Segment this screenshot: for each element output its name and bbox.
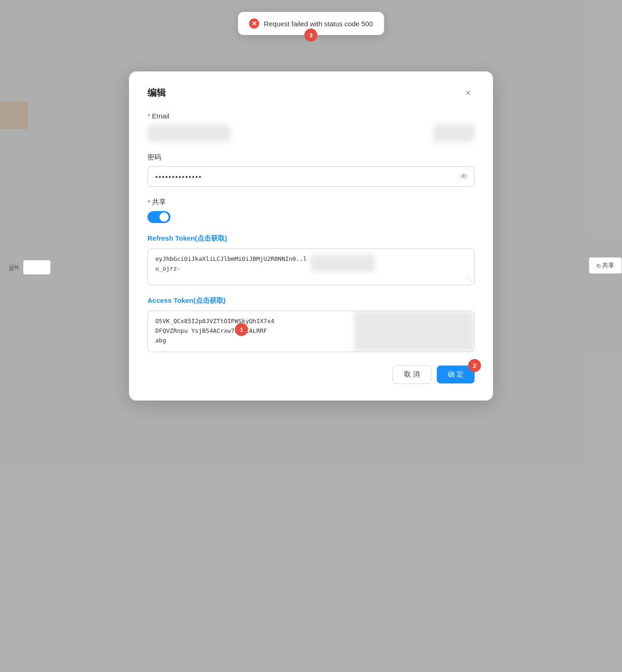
- share-toggle[interactable]: [147, 211, 170, 223]
- modal-header: 编辑 ×: [147, 86, 475, 99]
- access-token-overlay: [354, 311, 474, 352]
- share-label: * 共享: [147, 198, 475, 206]
- badge-3: 3: [305, 29, 317, 41]
- error-icon: ✕: [249, 18, 259, 29]
- password-input[interactable]: [147, 166, 475, 187]
- toggle-wrapper: [147, 211, 475, 223]
- refresh-token-line1: eyJhbGciOiJkaXliLCJlbmMiOiJBMjU2R0NNIn0.…: [155, 254, 307, 264]
- modal-title: 编辑: [147, 87, 166, 99]
- refresh-token-text: eyJhbGciOiJkaXliLCJlbmMiOiJBMjU2R0NNIn0.…: [155, 254, 307, 274]
- refresh-token-content: eyJhbGciOiJkaXliLCJlbmMiOiJBMjU2R0NNIn0.…: [155, 254, 467, 274]
- bg-row: jjj%: [9, 258, 51, 277]
- confirm-button-wrapper: 确 定 2: [437, 365, 475, 383]
- refresh-token-blurred: [311, 254, 375, 272]
- bg-text: jjj%: [9, 264, 19, 271]
- cancel-button[interactable]: 取 消: [393, 365, 431, 384]
- toggle-slider: [147, 211, 170, 223]
- email-field-group: * Email: [147, 112, 475, 142]
- error-message: Request failed with status code 500: [264, 20, 373, 28]
- resize-handle-access: ⋱: [467, 345, 473, 350]
- password-field-group: 密码 👁: [147, 153, 475, 187]
- password-input-wrapper: 👁: [147, 166, 475, 187]
- bg-share-button: ⎋ 共享: [589, 257, 622, 274]
- refresh-token-line2: u_ojrz-: [155, 264, 307, 274]
- email-value-blurred-right: [433, 124, 475, 142]
- refresh-token-group: Refresh Token(点击获取) eyJhbGciOiJkaXliLCJl…: [147, 234, 475, 285]
- close-button[interactable]: ×: [462, 86, 475, 99]
- share-icon: ⎋: [597, 262, 600, 269]
- edit-modal: 编辑 × * Email 密码 👁 * 共享: [129, 71, 493, 401]
- email-label: * Email: [147, 112, 475, 120]
- error-toast: ✕ Request failed with status code 500 3: [238, 12, 384, 35]
- share-field-group: * 共享: [147, 198, 475, 223]
- required-star-email: *: [147, 112, 150, 120]
- access-token-group: Access Token(点击获取) O5VK_QCx85I2p0JVZTtOI…: [147, 296, 475, 352]
- password-label: 密码: [147, 153, 475, 162]
- bg-share-label: 共享: [602, 261, 614, 270]
- access-token-box: O5VK_QCx85I2p0JVZTtOIPWSkyQhIX7x4 DFQVZR…: [147, 311, 475, 352]
- badge-2: 2: [468, 359, 481, 372]
- email-row: [147, 124, 475, 142]
- modal-footer: 取 消 确 定 2: [147, 365, 475, 384]
- refresh-token-label[interactable]: Refresh Token(点击获取): [147, 234, 475, 243]
- required-star-share: *: [147, 198, 150, 206]
- bg-avatar: [0, 101, 28, 129]
- bg-input: [23, 260, 51, 275]
- email-value-blurred-left: [147, 124, 230, 142]
- refresh-token-box: eyJhbGciOiJkaXliLCJlbmMiOiJBMjU2R0NNIn0.…: [147, 248, 475, 285]
- access-token-label[interactable]: Access Token(点击获取): [147, 296, 475, 305]
- resize-handle-refresh: ⋱: [467, 274, 472, 283]
- eye-icon[interactable]: 👁: [460, 172, 468, 182]
- badge-1: 1: [235, 323, 248, 336]
